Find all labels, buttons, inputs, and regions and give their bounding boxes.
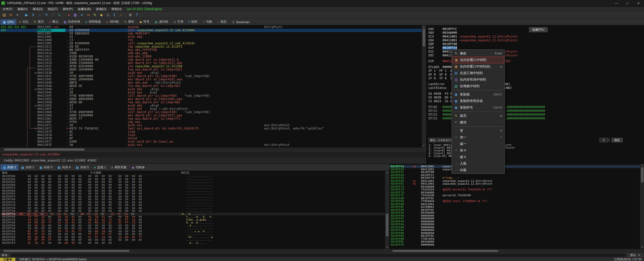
menu-item-选项(O)[interactable]: 选项(O) bbox=[93, 7, 109, 12]
menu-decrease-4[interactable]: -减 4 bbox=[452, 154, 504, 160]
disasm-row[interactable]: 0041105B.8D5D 6Blea ebx,dword ptr ss:[eb… bbox=[0, 101, 422, 104]
menu-undo[interactable]: ↶撤消 bbox=[452, 119, 504, 126]
help-icon[interactable]: ? bbox=[134, 12, 140, 18]
breakpoint-icon[interactable]: ● bbox=[66, 12, 72, 18]
menu-follow-in-stack[interactable]: ▧在堆栈中转到 bbox=[452, 83, 504, 89]
disasm-row[interactable]: 0041106C.8D45 77lea eax,dword ptr ss:[eb… bbox=[0, 117, 422, 120]
disasm-row[interactable]: 0041102F.0F85 65030000jne unpackme_aspac… bbox=[0, 65, 422, 68]
hex-dump-pane[interactable]: 地址 十六进制 ASCII 0019FE84000000000000000000… bbox=[0, 171, 385, 249]
disasm-row[interactable]: 00411072>6972 74 75616C41imul esi,dword … bbox=[0, 127, 422, 130]
menu-item-插件(P)[interactable]: 插件(P) bbox=[60, 7, 75, 12]
stack-row[interactable]: 0019FF7C 75426340kernel32.75426340 bbox=[389, 194, 640, 197]
tab-cpu[interactable]: ▣CPU bbox=[1, 19, 16, 25]
close-button[interactable]: ✕ bbox=[633, 0, 644, 7]
stack-row[interactable]: 0019FFC0 00000000 bbox=[389, 243, 640, 246]
stack-row[interactable]: 0019FFBC 0034A000 bbox=[389, 240, 640, 243]
stack-row[interactable]: 0019FFAC 00000000 bbox=[389, 229, 640, 232]
tab-trace[interactable]: »跟踪 bbox=[215, 19, 229, 25]
disasm-row[interactable]: 0041100D.C3ret bbox=[0, 39, 422, 42]
restart-icon[interactable]: ⟳ bbox=[8, 12, 14, 18]
disasm-row[interactable]: 0041104F.FF95 490F0000call dword ptr ss:… bbox=[0, 94, 422, 97]
disasm-row[interactable]: 0041107A.6Cinsb bbox=[0, 134, 422, 137]
close-icon[interactable]: × bbox=[14, 12, 20, 18]
minimize-button[interactable]: — bbox=[611, 0, 622, 7]
step-over-icon[interactable]: ↷ bbox=[43, 12, 49, 18]
disasm-row[interactable]: 00411002E8 03000000call <unpackme_aspack… bbox=[0, 29, 422, 32]
disasm-row[interactable]: ⊟0041104D.53push ebx┌Arg2 bbox=[0, 88, 422, 91]
tab-notes[interactable]: ✎笔记 bbox=[31, 19, 46, 25]
handles-icon[interactable]: ○ bbox=[118, 12, 124, 18]
register-row[interactable]: ECX00411001<unpackme_aspack2.12.EntryPoi… bbox=[428, 35, 644, 39]
step-out-icon[interactable]: ↑ bbox=[50, 12, 56, 18]
stack-row[interactable]: 0019FF94 0034A000 bbox=[389, 211, 640, 214]
register-row[interactable]: EBP0019FF80 bbox=[428, 42, 644, 46]
tab-dump-2[interactable]: ▦内存 2 bbox=[19, 164, 36, 171]
disasm-row[interactable]: 00411001<un60pushadEntryPoint bbox=[0, 25, 422, 29]
stack-row[interactable]: 0019FFA4 00000000 bbox=[389, 223, 640, 226]
tab-breakpoints[interactable]: ●断点 bbox=[47, 19, 61, 25]
menu-zero[interactable]: ○零0 bbox=[452, 127, 504, 134]
tab-memory-map[interactable]: ▦内存布局 bbox=[61, 19, 83, 25]
maximize-button[interactable]: □ bbox=[622, 0, 633, 7]
menu-increment[interactable]: +加一+ bbox=[452, 134, 504, 141]
dump-vscrollbar[interactable]: ▲ ▼ bbox=[385, 171, 389, 249]
pause-icon[interactable]: ‖ bbox=[30, 12, 36, 18]
menu-follow-in-dump[interactable]: ▦在内存窗口中转到 bbox=[452, 57, 504, 63]
disasm-row[interactable]: 00411079.6Cinsb bbox=[0, 130, 422, 134]
disasm-row[interactable]: ⊟0041105E.53push ebx┌Arg2 bbox=[0, 104, 422, 107]
disasm-row[interactable]: 0041100E.E8 01000000call <unpackme_aspac… bbox=[0, 42, 422, 45]
menu-follow-in-dump-n[interactable]: ▦在内存窗口中转到(B)▸ bbox=[452, 63, 504, 70]
disasm-row[interactable]: 0041103C.FF95 4D0F0000call dword ptr ss:… bbox=[0, 75, 422, 78]
disasm-row[interactable]: 0041107E.56push esiesi:EntryPoint bbox=[0, 143, 422, 147]
disasm-row[interactable]: 0041105F.57push ediArg1 = edi:EntryPoint bbox=[0, 107, 422, 111]
disasm-row[interactable]: 00411071.56push esiesi:EntryPoint bbox=[0, 124, 422, 127]
call-stack-icon[interactable]: ≡ bbox=[79, 12, 85, 18]
menu-item-收藏夹(B)[interactable]: 收藏夹(B) bbox=[75, 7, 93, 12]
seh-chain-icon[interactable]: ∞ bbox=[85, 12, 91, 18]
tab-call-stack[interactable]: ≡调用堆栈 bbox=[83, 19, 103, 25]
tab-references[interactable]: ◇引用 bbox=[171, 19, 186, 25]
menu-follow-in-disassembler[interactable]: ▤在反汇编中转到 bbox=[452, 70, 504, 76]
disassembly-hscrollbar[interactable] bbox=[0, 147, 426, 151]
menu-item-视图(V)[interactable]: 视图(V) bbox=[15, 7, 30, 12]
menu-follow-in-memory-map[interactable]: ▥在内存布局中转到 bbox=[452, 76, 504, 83]
disasm-row[interactable]: 0041100C.55push ebp bbox=[0, 35, 422, 39]
stack-hscrollbar[interactable] bbox=[389, 249, 644, 252]
lock-button[interactable]: 锁定 bbox=[612, 138, 623, 142]
tab-snowman[interactable]: ☃Snowman bbox=[229, 19, 252, 25]
tab-dump-4[interactable]: ▦内存 4 bbox=[55, 164, 73, 171]
references-icon[interactable]: ◇ bbox=[105, 12, 111, 18]
menu-decrement[interactable]: -减一- bbox=[452, 141, 504, 147]
disasm-row[interactable]: 0041104E.50push eaxArg1 bbox=[0, 91, 422, 94]
register-value[interactable]: 0019FF80 bbox=[442, 42, 457, 46]
disasm-row[interactable]: 0041101C.81EB 00100100sub ebx,11000 bbox=[0, 55, 422, 58]
disasm-row[interactable]: 00411022.83BD 22040000 00cmp dword ptr s… bbox=[0, 58, 422, 61]
register-value[interactable]: 00411001 bbox=[442, 39, 457, 42]
dump-hscrollbar[interactable] bbox=[0, 249, 389, 252]
dump-row[interactable]: 0019FFF40110410000A0340000000000..A...4.… bbox=[0, 242, 385, 245]
register-value[interactable]: 0019FF54 bbox=[442, 46, 457, 50]
symbols-icon[interactable]: ◆ bbox=[98, 12, 104, 18]
tab-handles[interactable]: ○句柄 bbox=[200, 19, 214, 25]
step-into-icon[interactable]: ↓ bbox=[37, 12, 43, 18]
disasm-row[interactable]: 00411015.BB EDFFFFFFmov ebx,FFFFFFED bbox=[0, 48, 422, 52]
tab-threads[interactable]: ‖线程 bbox=[186, 19, 200, 25]
tab-locals[interactable]: ≡局部变量 bbox=[109, 164, 129, 171]
trace-into-icon[interactable]: ↳ bbox=[56, 12, 62, 18]
memory-map-icon[interactable]: ▦ bbox=[72, 12, 78, 18]
disasm-row[interactable]: 0041106F.FFE0jmp eax bbox=[0, 120, 422, 124]
disasm-row[interactable]: 00411013.EB 5Djmp unpackme_aspack2.12.41… bbox=[0, 45, 422, 48]
disasm-row[interactable]: 00411042.8985 26040000mov dword ptr ss:[… bbox=[0, 78, 422, 81]
stack-row[interactable]: 0019FF64 0019FF74&"YcBu..." bbox=[389, 177, 640, 180]
tab-symbols[interactable]: ◆符号 bbox=[137, 19, 152, 25]
register-value[interactable]: 00411001 bbox=[442, 35, 457, 38]
stack-vscrollbar[interactable]: ▲ ▼ bbox=[640, 164, 644, 249]
menu-increase-4[interactable]: +加 4 bbox=[452, 147, 504, 154]
disasm-row[interactable]: 00411055.8985 4D050000mov dword ptr ss:[… bbox=[0, 97, 422, 101]
menu-copy-symbol[interactable]: ▣复制符号Ctrl+S bbox=[452, 104, 504, 111]
stack-row[interactable]: 0019FF9C 00000000 bbox=[389, 217, 640, 220]
stack-row[interactable]: 0019FF6C<&00411001unpackme_aspack2.12.En… bbox=[389, 182, 640, 185]
disasm-row[interactable]: 00411066.8985 51050000mov dword ptr ss:[… bbox=[0, 114, 422, 117]
disasm-row[interactable]: 0041101A.03DDadd ebx,ebp bbox=[0, 52, 422, 55]
stack-row[interactable]: 0019FF84 77958944返回到 ntdll.77958944 自 ??… bbox=[389, 200, 640, 203]
